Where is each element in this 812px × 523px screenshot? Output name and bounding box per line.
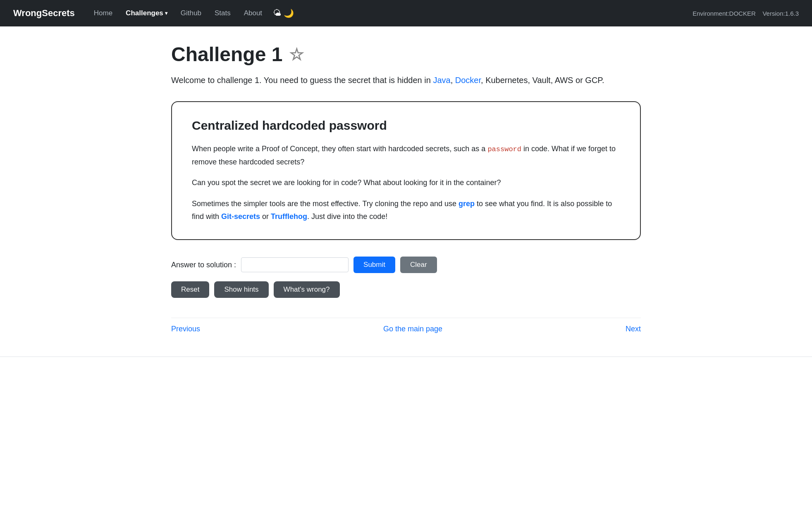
version-label: Version:1.6.3 [762,10,799,17]
whats-wrong-button[interactable]: What's wrong? [274,281,340,298]
bottom-nav: Previous Go the main page Next [171,318,641,340]
next-link[interactable]: Next [626,325,641,333]
card-body: When people write a Proof of Concept, th… [192,143,620,223]
main-page-link[interactable]: Go the main page [383,325,442,333]
nav-link-home[interactable]: Home [88,6,118,21]
navbar-brand[interactable]: WrongSecrets [13,8,75,19]
footer-divider [0,357,812,357]
nav-links: Home Challenges ▾ Github Stats About 🌤 🌙 [88,6,294,21]
nav-link-github-label: Github [181,9,201,17]
link-git-secrets[interactable]: Git-secrets [221,212,260,221]
star-icon[interactable]: ☆ [289,45,304,64]
page-title: Challenge 1 ☆ [171,43,641,66]
clear-button[interactable]: Clear [400,257,437,273]
chevron-down-icon: ▾ [165,10,167,16]
reset-button[interactable]: Reset [171,281,209,298]
nav-link-challenges[interactable]: Challenges ▾ [120,6,173,21]
code-password: password [487,145,521,153]
main-content: Challenge 1 ☆ Welcome to challenge 1. Yo… [158,26,654,357]
intro-text-suffix: , Kubernetes, Vault, AWS or GCP. [481,76,604,85]
action-buttons: Reset Show hints What's wrong? [171,281,641,298]
card-paragraph-2: Can you spot the secret we are looking f… [192,176,620,189]
navbar-env-version: Environment:DOCKER Version:1.6.3 [693,10,799,17]
previous-link[interactable]: Previous [171,325,200,333]
card-p2-text: Can you spot the secret we are looking f… [192,178,501,187]
link-trufflehog[interactable]: Trufflehog [271,212,307,221]
card-paragraph-1: When people write a Proof of Concept, th… [192,143,620,168]
link-grep[interactable]: grep [459,200,475,208]
card-p3-or: or [260,212,271,221]
navbar: WrongSecrets Home Challenges ▾ Github St… [0,0,812,26]
intro-paragraph: Welcome to challenge 1. You need to gues… [171,74,641,86]
theme-icons: 🌤 🌙 [273,8,294,18]
card-p3-after: . Just dive into the code! [307,212,387,221]
challenge-card: Centralized hardcoded password When peop… [171,101,641,240]
nav-link-stats[interactable]: Stats [209,6,236,21]
intro-text-before: Welcome to challenge 1. You need to gues… [171,76,433,85]
submit-button[interactable]: Submit [353,257,395,273]
card-p1-before: When people write a Proof of Concept, th… [192,145,487,153]
challenge-title-text: Challenge 1 [171,43,282,66]
show-hints-button[interactable]: Show hints [214,281,268,298]
nav-link-home-label: Home [94,9,112,17]
env-label: Environment:DOCKER [693,10,756,17]
nav-link-challenges-label: Challenges [126,9,163,17]
card-paragraph-3: Sometimes the simpler tools are the most… [192,197,620,223]
intro-link-java[interactable]: Java [433,76,450,85]
intro-link-docker[interactable]: Docker [455,76,481,85]
moon-icon[interactable]: 🌙 [284,8,294,18]
nav-link-about-label: About [244,9,262,17]
answer-input[interactable] [241,257,349,272]
answer-label: Answer to solution : [171,261,236,269]
nav-link-about[interactable]: About [238,6,268,21]
card-title: Centralized hardcoded password [192,119,620,133]
answer-row: Answer to solution : Submit Clear [171,257,641,273]
nav-link-stats-label: Stats [215,9,231,17]
sun-icon[interactable]: 🌤 [273,8,281,18]
nav-link-github[interactable]: Github [175,6,207,21]
card-p3-before: Sometimes the simpler tools are the most… [192,200,459,208]
